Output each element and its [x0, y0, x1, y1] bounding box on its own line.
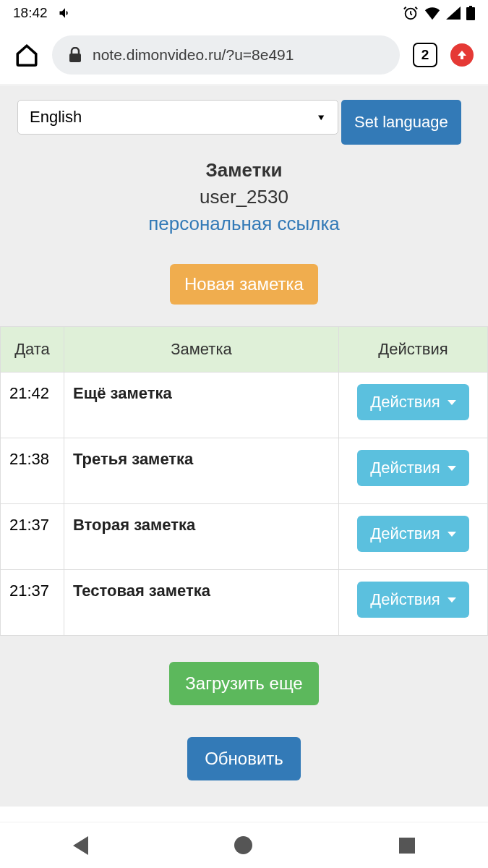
cell-note: Ещё заметка [64, 373, 339, 438]
cell-actions: Действия [339, 570, 488, 636]
alarm-icon [403, 5, 419, 21]
notes-table: Дата Заметка Действия 21:42Ещё заметкаДе… [0, 326, 488, 636]
recents-icon[interactable] [399, 838, 415, 854]
chevron-down-icon [448, 466, 456, 471]
table-row: 21:42Ещё заметкаДействия [1, 373, 488, 438]
actions-dropdown-button[interactable]: Действия [357, 384, 468, 420]
wifi-icon [424, 6, 440, 20]
chevron-down-icon [448, 532, 456, 537]
lock-icon [68, 47, 82, 63]
cell-actions: Действия [339, 373, 488, 438]
col-header-actions: Действия [339, 327, 488, 373]
chevron-down-icon: ▼ [316, 113, 326, 122]
chevron-down-icon [448, 597, 456, 603]
signal-icon [446, 7, 461, 20]
update-icon[interactable] [450, 43, 474, 67]
actions-dropdown-button[interactable]: Действия [357, 516, 468, 552]
col-header-date: Дата [1, 327, 64, 373]
cell-note: Вторая заметка [64, 504, 339, 570]
cell-note: Третья заметка [64, 438, 339, 504]
tab-count-badge[interactable]: 2 [413, 43, 437, 67]
cell-date: 21:42 [1, 373, 64, 438]
url-bar[interactable]: note.dimonvideo.ru/?u=8e491 [52, 35, 400, 75]
cell-actions: Действия [339, 438, 488, 504]
actions-dropdown-button[interactable]: Действия [357, 450, 468, 486]
android-nav-bar [0, 822, 488, 868]
cell-actions: Действия [339, 504, 488, 570]
language-select[interactable]: English ▼ [17, 100, 338, 135]
cell-note: Тестовая заметка [64, 570, 339, 636]
refresh-button[interactable]: Обновить [187, 737, 301, 780]
personal-link[interactable]: персональная ссылка [148, 213, 340, 235]
actions-dropdown-button[interactable]: Действия [357, 582, 468, 618]
table-row: 21:37Вторая заметкаДействия [1, 504, 488, 570]
table-row: 21:38Третья заметкаДействия [1, 438, 488, 504]
username: user_2530 [0, 186, 488, 208]
url-text: note.dimonvideo.ru/?u=8e491 [93, 46, 294, 64]
status-time: 18:42 [13, 5, 48, 21]
browser-toolbar: note.dimonvideo.ru/?u=8e491 2 [0, 26, 488, 84]
svg-rect-3 [69, 54, 81, 62]
chevron-down-icon [448, 400, 456, 405]
svg-rect-2 [469, 6, 472, 7]
new-note-button[interactable]: Новая заметка [170, 264, 318, 305]
svg-rect-1 [466, 7, 475, 20]
load-more-button[interactable]: Загрузить еще [169, 662, 318, 705]
cell-date: 21:37 [1, 504, 64, 570]
back-icon[interactable] [73, 836, 88, 855]
home-icon[interactable] [14, 43, 39, 67]
page-title: Заметки [0, 159, 488, 182]
set-language-button[interactable]: Set language [341, 100, 461, 145]
page-content: English ▼ Set language Заметки user_2530… [0, 85, 488, 807]
volume-icon [58, 6, 72, 20]
cell-date: 21:38 [1, 438, 64, 504]
battery-icon [466, 6, 475, 20]
cell-date: 21:37 [1, 570, 64, 636]
col-header-note: Заметка [64, 327, 339, 373]
table-row: 21:37Тестовая заметкаДействия [1, 570, 488, 636]
android-status-bar: 18:42 [0, 0, 488, 26]
home-nav-icon[interactable] [234, 836, 252, 854]
